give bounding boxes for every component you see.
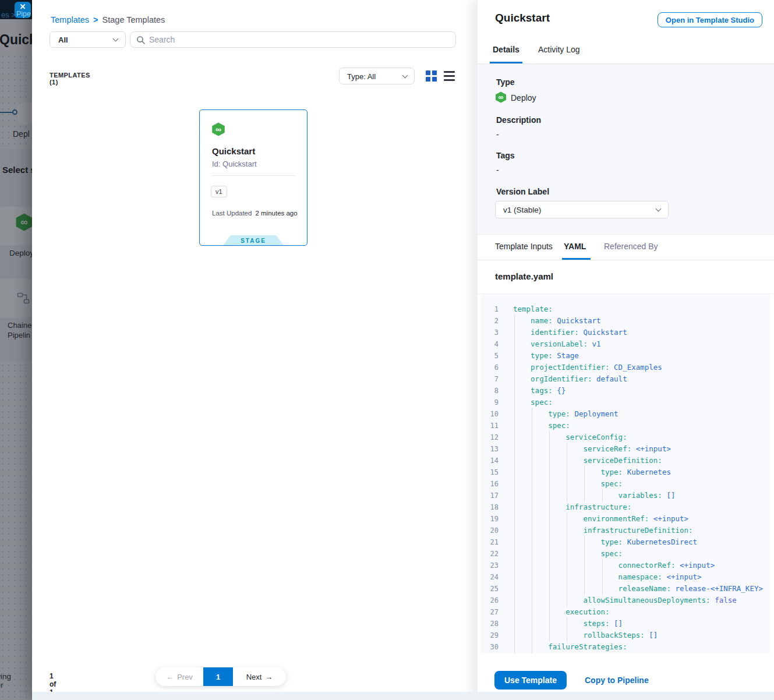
list-view-toggle-icon[interactable] [444,70,455,82]
next-label: Next [246,673,262,681]
last-updated: Last Updated2 minutes ago [212,210,298,217]
yaml-line: 10type: Deployment [481,408,770,420]
yaml-line: 17variables: [] [481,490,770,501]
grid-view-toggle-icon[interactable] [426,70,437,82]
yaml-line: 14serviceDefinition: [481,455,770,466]
version-select-value: v1 (Stable) [503,206,541,214]
yaml-line: 9spec: [481,397,770,408]
modal-backdrop[interactable] [0,0,32,700]
last-updated-label: Last Updated [212,210,252,217]
yaml-line: 18infrastructure: [481,501,770,513]
yaml-line: 6projectIdentifier: CD_Examples [481,362,770,373]
breadcrumb-chevron-icon: > [93,15,98,24]
yaml-line: 19environmentRef: <+input> [481,513,770,525]
yaml-line: 12serviceConfig: [481,432,770,443]
prev-page-button[interactable]: ←Prev [155,667,203,686]
yaml-line: 4versionLabel: v1 [481,338,770,350]
page-1-button[interactable]: 1 [203,667,233,686]
scope-filter-dropdown[interactable]: All [50,31,126,48]
cd-deploy-icon: ∞ [211,122,225,136]
description-value: - [496,130,499,139]
scope-filter-value: All [58,36,68,44]
template-card-quickstart[interactable]: ∞ Quickstart Id: Quickstart v1 Last Upda… [199,109,308,246]
stage-badge: STAGE [223,235,284,245]
template-title: Quickstart [495,12,550,24]
infinity-glyph: ∞ [215,125,221,134]
version-select[interactable]: v1 (Stable) [495,201,669,218]
divider [212,175,295,176]
infinity-glyph: ∞ [499,93,504,101]
template-selector-page: es > Quicks Depl Select s ∞ Deploy Chai [0,0,774,700]
yaml-line: 2name: Quickstart [481,315,770,327]
tab-yaml[interactable]: YAML [564,235,586,259]
template-selector-drawer: Templates>Stage Templates All TEMPLATES … [32,0,774,700]
chevron-down-icon [402,73,408,79]
yaml-line: 20infrastructureDefinition: [481,525,770,536]
breadcrumb-current: Stage Templates [103,15,165,24]
yaml-line: 8tags: {} [481,385,770,397]
yaml-editor-area: 1template:2name: Quickstart3identifier: … [478,294,774,653]
version-badge: v1 [211,186,227,197]
description-label: Description [496,115,541,125]
copy-to-pipeline-link[interactable]: Copy to Pipeline [585,676,649,685]
pagination: ←Prev 1 Next→ [155,667,286,686]
search-icon [136,36,146,45]
yaml-tab-bar: Template Inputs YAML Referenced By [478,235,774,260]
background-pipeline-studio: es > Quicks Depl Select s ∞ Deploy Chai [0,0,32,700]
yaml-line: 30failureStrategies: [481,641,770,653]
tab-template-inputs[interactable]: Template Inputs [495,235,553,259]
yaml-line: 16spec: [481,478,770,490]
yaml-line: 25releaseName: release-<+INFRA_KEY> [481,583,770,595]
last-updated-value: 2 minutes ago [255,210,297,217]
tags-label: Tags [496,151,515,160]
yaml-line: 5type: Stage [481,350,770,362]
yaml-line: 11spec: [481,420,770,432]
arrow-left-icon: ← [166,673,174,681]
open-in-template-studio-button[interactable]: Open in Template Studio [658,12,762,27]
yaml-line: 15type: Kubernetes [481,466,770,478]
yaml-line: 24namespace: <+input> [481,571,770,583]
tab-referenced-by[interactable]: Referenced By [604,235,658,259]
yaml-line: 27execution: [481,606,770,618]
template-card-title: Quickstart [212,146,255,156]
chevron-down-icon [656,206,662,212]
prev-label: Prev [177,673,193,681]
yaml-line: 22spec: [481,548,770,560]
yaml-file-name: template.yaml [495,271,553,281]
drawer-close-button[interactable]: ✕ Pipe [15,2,31,18]
search-box [130,31,456,48]
type-value: Deploy [511,93,536,102]
details-footer: Use Template Copy to Pipeline [478,653,774,692]
template-card-id: Id: Quickstart [212,160,257,168]
breadcrumb: Templates>Stage Templates [51,15,165,24]
type-filter-dropdown[interactable]: Type: All [339,68,415,84]
background-breadcrumb-active: Pipe [16,10,31,18]
version-label: Version Label [496,187,549,196]
use-template-button[interactable]: Use Template [494,671,567,690]
chevron-down-icon [113,36,119,42]
yaml-file-header: template.yaml [478,260,774,294]
yaml-line: 7orgIdentifier: default [481,373,770,385]
active-tab-underline [562,258,591,260]
tab-activity-log[interactable]: Activity Log [533,36,585,63]
yaml-line: 28steps: [] [481,618,770,630]
details-tab-bar: Details Activity Log [478,36,774,64]
yaml-line: 29rollbackSteps: [] [481,630,770,641]
page-size-label: Showing 20 per page [0,672,11,698]
yaml-line: 3identifier: Quickstart [481,327,770,338]
type-filter-value: Type: All [347,72,376,81]
yaml-line: 21type: KubernetesDirect [481,536,770,548]
yaml-line: 13serviceRef: <+input> [481,443,770,455]
yaml-line: 1template: [481,303,770,315]
type-label: Type [496,77,515,87]
search-input[interactable] [149,32,446,47]
arrow-right-icon: → [265,673,273,681]
tags-value: - [496,165,499,175]
templates-count-label: TEMPLATES (1) [50,72,90,86]
tab-details[interactable]: Details [490,36,522,63]
next-page-button[interactable]: Next→ [233,667,286,686]
yaml-line: 23connectorRef: <+input> [481,560,770,571]
yaml-code[interactable]: 1template:2name: Quickstart3identifier: … [481,294,770,653]
breadcrumb-templates-link[interactable]: Templates [51,15,89,24]
template-list-pane: Templates>Stage Templates All TEMPLATES … [32,0,477,700]
